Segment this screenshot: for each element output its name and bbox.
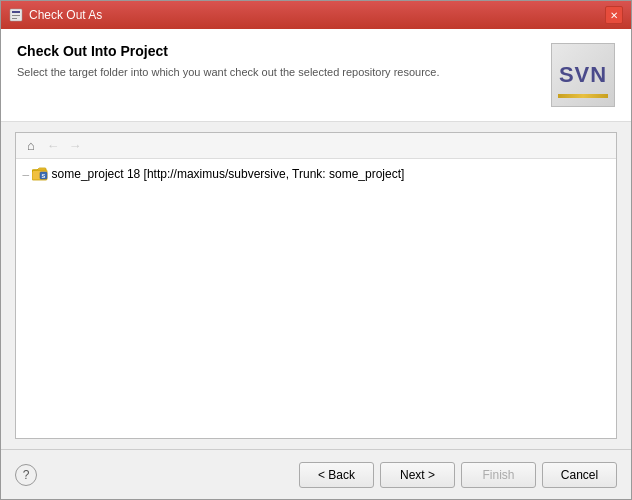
tree-item-label: some_project 18 [http://maximus/subversi… — [52, 167, 405, 181]
back-button: ← — [44, 137, 62, 155]
page-description: Select the target folder into which you … — [17, 65, 539, 80]
tree-connector: - - - — [22, 169, 28, 180]
svn-logo-bar — [558, 94, 608, 98]
forward-button: → — [66, 137, 84, 155]
home-button[interactable]: ⌂ — [22, 137, 40, 155]
footer-left: ? — [15, 464, 37, 486]
window-title: Check Out As — [29, 8, 102, 22]
title-bar: Check Out As ✕ — [1, 1, 631, 29]
content-area: ⌂ ← → - - - — [1, 122, 631, 449]
footer-right: < Back Next > Finish Cancel — [299, 462, 617, 488]
next-button[interactable]: Next > — [380, 462, 455, 488]
folder-icon: S — [32, 167, 48, 181]
tree-row[interactable]: - - - S some_project 18 [http://maximus/… — [22, 165, 610, 183]
forward-icon: → — [69, 138, 82, 153]
svg-rect-1 — [12, 11, 20, 13]
cancel-button[interactable]: Cancel — [542, 462, 617, 488]
svg-rect-2 — [12, 15, 20, 16]
page-title: Check Out Into Project — [17, 43, 539, 59]
svn-logo: SVN — [551, 43, 615, 107]
help-button[interactable]: ? — [15, 464, 37, 486]
tree-content[interactable]: - - - S some_project 18 [http://maximus/… — [16, 159, 616, 438]
close-button[interactable]: ✕ — [605, 6, 623, 24]
back-button[interactable]: < Back — [299, 462, 374, 488]
tree-panel: ⌂ ← → - - - — [15, 132, 617, 439]
window-icon — [9, 8, 23, 22]
home-icon: ⌂ — [27, 138, 35, 153]
dialog-window: Check Out As ✕ Check Out Into Project Se… — [0, 0, 632, 500]
finish-button[interactable]: Finish — [461, 462, 536, 488]
back-icon: ← — [47, 138, 60, 153]
title-bar-left: Check Out As — [9, 8, 102, 22]
header-section: Check Out Into Project Select the target… — [1, 29, 631, 122]
svg-rect-3 — [12, 18, 17, 19]
svn-logo-text: SVN — [559, 62, 607, 88]
tree-toolbar: ⌂ ← → — [16, 133, 616, 159]
svg-text:S: S — [41, 173, 45, 179]
footer-section: ? < Back Next > Finish Cancel — [1, 449, 631, 499]
header-text: Check Out Into Project Select the target… — [17, 43, 539, 80]
